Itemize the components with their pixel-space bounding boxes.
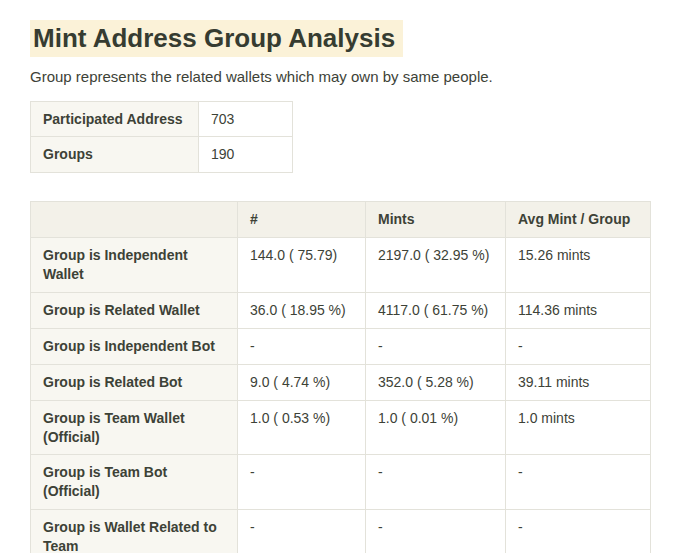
cell-count: 9.0 ( 4.74 %) bbox=[238, 364, 366, 400]
table-row-independent-wallet: Group is Independent Wallet 144.0 ( 75.7… bbox=[31, 238, 651, 293]
row-label: Group is Independent Bot bbox=[31, 328, 238, 364]
row-label: Group is Team Bot (Official) bbox=[31, 455, 238, 510]
analysis-header-row: # Mints Avg Mint / Group bbox=[31, 202, 651, 238]
cell-avg: 114.36 mints bbox=[506, 292, 651, 328]
analysis-table: # Mints Avg Mint / Group Group is Indepe… bbox=[30, 201, 651, 553]
row-label: Group is Wallet Related to Team bbox=[31, 510, 238, 553]
cell-count: 36.0 ( 18.95 %) bbox=[238, 292, 366, 328]
cell-avg: 39.11 mints bbox=[506, 364, 651, 400]
cell-count: - bbox=[238, 510, 366, 553]
row-label: Group is Related Wallet bbox=[31, 292, 238, 328]
summary-row: Participated Address 703 bbox=[31, 101, 293, 137]
cell-avg: - bbox=[506, 455, 651, 510]
cell-avg: 1.0 mints bbox=[506, 400, 651, 455]
cell-mints: 1.0 ( 0.01 %) bbox=[366, 400, 506, 455]
table-row-related-bot: Group is Related Bot 9.0 ( 4.74 %) 352.0… bbox=[31, 364, 651, 400]
page-title-highlight: Mint Address Group Analysis bbox=[30, 20, 403, 57]
table-row-related-wallet: Group is Related Wallet 36.0 ( 18.95 %) … bbox=[31, 292, 651, 328]
cell-mints: - bbox=[366, 510, 506, 553]
summary-table: Participated Address 703 Groups 190 bbox=[30, 101, 293, 174]
summary-value-groups: 190 bbox=[199, 137, 293, 173]
summary-label-participated-address: Participated Address bbox=[31, 101, 199, 137]
cell-mints: 352.0 ( 5.28 %) bbox=[366, 364, 506, 400]
column-header-avg-mint-group: Avg Mint / Group bbox=[506, 202, 651, 238]
cell-count: 1.0 ( 0.53 %) bbox=[238, 400, 366, 455]
cell-avg: - bbox=[506, 510, 651, 553]
column-header-count: # bbox=[238, 202, 366, 238]
table-row-wallet-related-to-team: Group is Wallet Related to Team - - - bbox=[31, 510, 651, 553]
table-row-team-bot: Group is Team Bot (Official) - - - bbox=[31, 455, 651, 510]
cell-count: 144.0 ( 75.79) bbox=[238, 238, 366, 293]
table-row-team-wallet: Group is Team Wallet (Official) 1.0 ( 0.… bbox=[31, 400, 651, 455]
cell-avg: - bbox=[506, 328, 651, 364]
row-label: Group is Team Wallet (Official) bbox=[31, 400, 238, 455]
cell-mints: 4117.0 ( 61.75 %) bbox=[366, 292, 506, 328]
cell-mints: - bbox=[366, 328, 506, 364]
column-header-empty bbox=[31, 202, 238, 238]
row-label: Group is Independent Wallet bbox=[31, 238, 238, 293]
summary-label-groups: Groups bbox=[31, 137, 199, 173]
page-subtitle: Group represents the related wallets whi… bbox=[30, 68, 650, 85]
summary-value-participated-address: 703 bbox=[199, 101, 293, 137]
column-header-mints: Mints bbox=[366, 202, 506, 238]
cell-mints: 2197.0 ( 32.95 %) bbox=[366, 238, 506, 293]
cell-mints: - bbox=[366, 455, 506, 510]
cell-count: - bbox=[238, 328, 366, 364]
summary-row: Groups 190 bbox=[31, 137, 293, 173]
row-label: Group is Related Bot bbox=[31, 364, 238, 400]
cell-avg: 15.26 mints bbox=[506, 238, 651, 293]
page-title: Mint Address Group Analysis bbox=[30, 22, 650, 55]
table-row-independent-bot: Group is Independent Bot - - - bbox=[31, 328, 651, 364]
report-page: Mint Address Group Analysis Group repres… bbox=[30, 22, 650, 553]
cell-count: - bbox=[238, 455, 366, 510]
